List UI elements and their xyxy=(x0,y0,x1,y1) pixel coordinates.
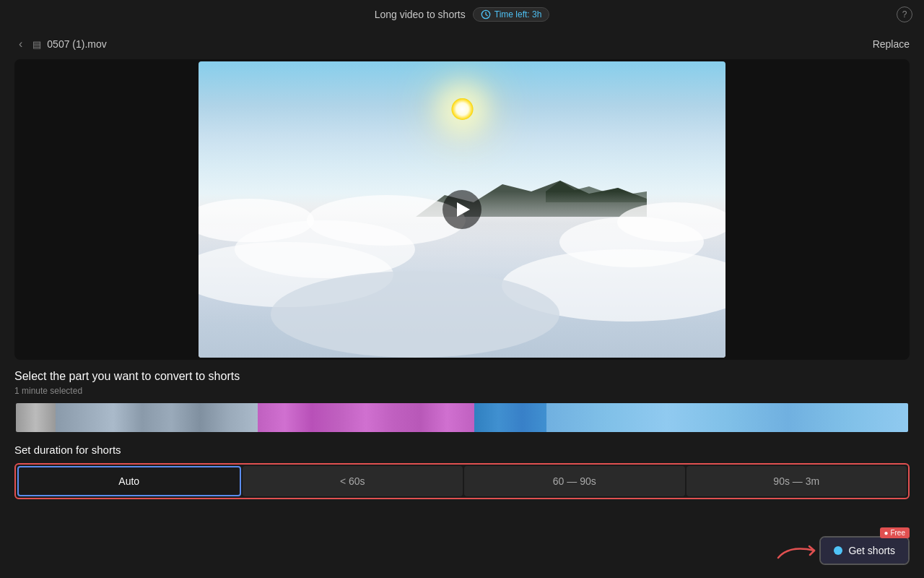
help-button[interactable]: ? xyxy=(897,7,912,22)
duration-title: Set duration for shorts xyxy=(14,444,910,456)
video-preview xyxy=(199,61,725,358)
filmstrip-segment-1 xyxy=(16,403,56,432)
duration-60s-button[interactable]: < 60s xyxy=(243,466,463,496)
filmstrip-segment-3 xyxy=(258,403,474,432)
duration-90s-3m-button[interactable]: 90s — 3m xyxy=(687,466,907,496)
file-icon: ▤ xyxy=(32,39,41,50)
filmstrip-segment-4 xyxy=(474,403,546,432)
main-content xyxy=(0,59,924,360)
select-subtitle: 1 minute selected xyxy=(14,386,910,396)
file-header: ‹ ▤ 0507 (1).mov Replace xyxy=(0,29,924,59)
app-title-group: Long video to shorts Time left: 3h xyxy=(375,7,550,22)
back-button[interactable]: ‹ xyxy=(14,36,27,52)
get-shorts-button[interactable]: ● Free Get shorts xyxy=(819,536,910,565)
filmstrip[interactable] xyxy=(14,402,910,434)
file-info: ‹ ▤ 0507 (1).mov xyxy=(14,36,107,52)
filmstrip-segment-2 xyxy=(56,403,258,432)
time-badge: Time left: 3h xyxy=(473,7,550,22)
get-shorts-inner: Get shorts xyxy=(821,538,908,564)
play-button[interactable] xyxy=(443,190,481,229)
dot-icon xyxy=(834,546,842,555)
filmstrip-segment-5 xyxy=(546,403,908,432)
file-name: 0507 (1).mov xyxy=(47,38,106,50)
app-title: Long video to shorts xyxy=(375,9,466,20)
video-container xyxy=(14,59,910,360)
get-shorts-label: Get shorts xyxy=(848,545,895,556)
replace-button[interactable]: Replace xyxy=(873,38,910,50)
time-label: Time left: 3h xyxy=(494,9,542,20)
duration-auto-button[interactable]: Auto xyxy=(17,466,241,496)
bottom-action-area: ● Free Get shorts xyxy=(775,536,910,565)
select-title: Select the part you want to convert to s… xyxy=(14,370,910,383)
top-bar: Long video to shorts Time left: 3h ? xyxy=(0,0,924,29)
duration-60-90s-button[interactable]: 60 — 90s xyxy=(464,466,685,496)
select-section: Select the part you want to convert to s… xyxy=(0,360,924,434)
sun-core xyxy=(451,98,473,120)
sun-graphic xyxy=(443,89,482,129)
clock-icon xyxy=(481,9,491,20)
free-badge: ● Free xyxy=(880,527,910,538)
duration-section: Set duration for shorts Auto < 60s 60 — … xyxy=(0,434,924,499)
arrow-pointer xyxy=(775,538,825,564)
play-icon xyxy=(457,202,470,217)
duration-options-group: Auto < 60s 60 — 90s 90s — 3m xyxy=(14,463,910,499)
